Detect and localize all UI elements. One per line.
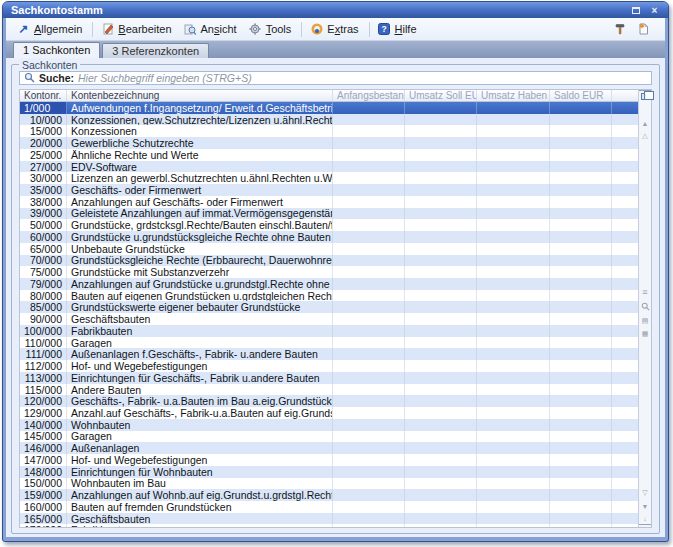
cell-kontonr: 35/000 <box>20 184 67 196</box>
column-header-kontonr[interactable]: Kontonr. ▼ <box>20 90 67 101</box>
table-row[interactable]: 85/000 Grundstückswerte eigener bebauter… <box>20 301 638 313</box>
cell-umsatz-haben <box>477 196 550 208</box>
table-row[interactable]: 27/000 EDV-Software <box>20 161 638 173</box>
step-down-icon[interactable]: ▽ <box>639 487 651 499</box>
menu-hilfe[interactable]: ? Hilfe <box>373 21 424 38</box>
table-row[interactable]: 65/000 Unbebaute Grundstücke <box>20 243 638 255</box>
column-header-filler <box>612 90 638 101</box>
menu-separator <box>92 22 93 37</box>
cell-umsatz-soll <box>405 184 477 196</box>
table-row[interactable]: 147/000 Hof- und Wegebefestigungen <box>20 454 638 466</box>
cell-kontenbezeichnung: Außenanlagen f.Geschäfts-, Fabrik- u.and… <box>67 348 333 360</box>
cell-saldo <box>550 301 612 313</box>
cell-filler <box>612 196 638 208</box>
table-row[interactable]: 35/000 Geschäfts- oder Firmenwert <box>20 184 638 196</box>
search-input[interactable] <box>78 72 647 84</box>
menu-ansicht-label: Ansicht <box>201 23 237 35</box>
table-row[interactable]: 165/000 Geschäftsbauten <box>20 513 638 525</box>
cell-kontonr: 100/000 <box>20 325 67 337</box>
table-row[interactable]: 90/000 Geschäftsbauten <box>20 313 638 325</box>
new-document-icon[interactable]: ✱ <box>636 23 649 36</box>
table-row[interactable]: 70/000 Grundstücksgleiche Rechte (Erbbau… <box>20 255 638 267</box>
cell-filler <box>612 137 638 149</box>
rail-search-icon[interactable] <box>639 300 651 312</box>
column-header-umsatz-soll[interactable]: Umsatz Soll EUR <box>405 90 477 101</box>
table-row[interactable]: 1/000 Aufwendungen f.Ingangsetzung/ Erwe… <box>20 102 638 114</box>
cell-anfangsbestand <box>333 372 405 384</box>
table-row[interactable]: 159/000 Anzahlungen auf Wohnb.auf eig.Gr… <box>20 489 638 501</box>
table-row[interactable]: 111/000 Außenanlagen f.Geschäfts-, Fabri… <box>20 348 638 360</box>
table-row[interactable]: 25/000 Ähnliche Rechte und Werte <box>20 149 638 161</box>
cell-saldo <box>550 524 612 527</box>
table-row[interactable]: 79/000 Anzahlungen auf Grundstücke u.gru… <box>20 278 638 290</box>
page-down-icon[interactable]: ▼ <box>639 500 651 512</box>
table-row[interactable]: 112/000 Hof- und Wegebefestigungen <box>20 360 638 372</box>
cell-umsatz-haben <box>477 219 550 231</box>
table-row[interactable]: 10/000 Konzessionen, gew.Schutzrechte/Li… <box>20 114 638 126</box>
table-row[interactable]: 160/000 Bauten auf fremden Grundstücken <box>20 501 638 513</box>
table-row[interactable]: 39/000 Geleistete Anzahlungen auf immat.… <box>20 208 638 220</box>
column-header-umsatz-haben[interactable]: Umsatz Haben EUR <box>477 90 550 101</box>
column-header-anfangsbestand[interactable]: Anfangsbestand EUR <box>333 90 405 101</box>
close-button[interactable]: × <box>647 4 662 16</box>
column-header-saldo[interactable]: Saldo EUR <box>550 90 612 101</box>
tab-referenzkonten[interactable]: 3 Referenzkonten <box>102 43 209 58</box>
column-header-kontenbezeichnung[interactable]: Kontenbezeichnung <box>67 90 333 101</box>
table-row[interactable]: 120/000 Geschäfts-, Fabrik- u.a.Bauten i… <box>20 395 638 407</box>
cell-anfangsbestand <box>333 325 405 337</box>
app-window: Sachkontostamm × ↗ Allgemein Bearbeiten … <box>2 1 669 542</box>
table-row[interactable]: 140/000 Wohnbauten <box>20 419 638 431</box>
table-row[interactable]: 38/000 Anzahlungen auf Geschäfts- oder F… <box>20 196 638 208</box>
cell-kontenbezeichnung: Geschäfts-, Fabrik- u.a.Bauten im Bau a.… <box>67 395 333 407</box>
table-row[interactable]: 145/000 Garagen <box>20 431 638 443</box>
table-row[interactable]: 15/000 Konzessionen <box>20 125 638 137</box>
table-row[interactable]: 148/000 Einrichtungen für Wohnbauten <box>20 466 638 478</box>
menu-allgemein[interactable]: ↗ Allgemein <box>12 21 89 38</box>
grid-view-icon[interactable]: ▦ <box>639 328 651 340</box>
cell-filler <box>612 125 638 137</box>
table-row[interactable]: 20/000 Gewerbliche Schutzrechte <box>20 137 638 149</box>
cell-umsatz-soll <box>405 255 477 267</box>
table-row[interactable]: 80/000 Bauten auf eigenen Grundstücken u… <box>20 290 638 302</box>
table-row[interactable]: 75/000 Grundstücke mit Substanzverzehr <box>20 266 638 278</box>
table-row[interactable]: 100/000 Fabrikbauten <box>20 325 638 337</box>
hammer-icon[interactable] <box>613 23 626 36</box>
cell-saldo <box>550 278 612 290</box>
step-up-icon[interactable]: △ <box>639 130 651 142</box>
table-row[interactable]: 50/000 Grundstücke, grdstcksgl.Rechte/Ba… <box>20 219 638 231</box>
table-row[interactable]: 129/000 Anzahl.auf Geschäfts-, Fabrik-u.… <box>20 407 638 419</box>
table-row[interactable]: 150/000 Wohnbauten im Bau <box>20 478 638 490</box>
close-icon: × <box>652 5 658 16</box>
maximize-restore-button[interactable] <box>628 4 643 16</box>
cell-kontenbezeichnung: Gewerbliche Schutzrechte <box>67 137 333 149</box>
menu-extras[interactable]: Extras <box>305 21 365 38</box>
cell-filler <box>612 266 638 278</box>
table-row[interactable]: 170/000 Fabrikbauten <box>20 524 638 527</box>
page-up-icon[interactable]: ▲ <box>639 117 651 129</box>
table-row[interactable]: 115/000 Andere Bauten <box>20 384 638 396</box>
cell-kontonr: 140/000 <box>20 419 67 431</box>
card-view-icon[interactable]: ▤ <box>639 315 651 327</box>
scroll-to-bottom-icon[interactable]: ↓ <box>639 513 651 525</box>
cell-saldo <box>550 360 612 372</box>
cell-kontenbezeichnung: Einrichtungen für Wohnbauten <box>67 466 333 478</box>
menu-tools[interactable]: Tools <box>244 21 299 38</box>
cell-filler <box>612 184 638 196</box>
table-row[interactable]: 30/000 Lizenzen an gewerbl.Schutzrechten… <box>20 172 638 184</box>
menu-ansicht[interactable]: Ansicht <box>179 21 244 38</box>
title-bar[interactable]: Sachkontostamm × <box>3 2 668 18</box>
tab-sachkonten[interactable]: 1 Sachkonten <box>13 42 100 58</box>
cell-umsatz-soll <box>405 125 477 137</box>
cell-anfangsbestand <box>333 489 405 501</box>
cell-kontenbezeichnung: Einrichtungen für Geschäfts-, Fabrik u.a… <box>67 372 333 384</box>
table-row[interactable]: 113/000 Einrichtungen für Geschäfts-, Fa… <box>20 372 638 384</box>
table-row[interactable]: 60/000 Grundstücke u.grundstücksgleiche … <box>20 231 638 243</box>
table-row[interactable]: 146/000 Außenanlagen <box>20 442 638 454</box>
scroll-to-top-icon[interactable]: ↑ <box>639 90 651 102</box>
search-bar[interactable]: Suche: <box>19 71 652 85</box>
table-row[interactable]: 110/000 Garagen <box>20 337 638 349</box>
list-view-icon[interactable]: ≡ <box>639 286 651 298</box>
menu-bearbeiten[interactable]: Bearbeiten <box>96 21 178 38</box>
cell-kontonr: 60/000 <box>20 231 67 243</box>
cell-kontenbezeichnung: Außenanlagen <box>67 442 333 454</box>
